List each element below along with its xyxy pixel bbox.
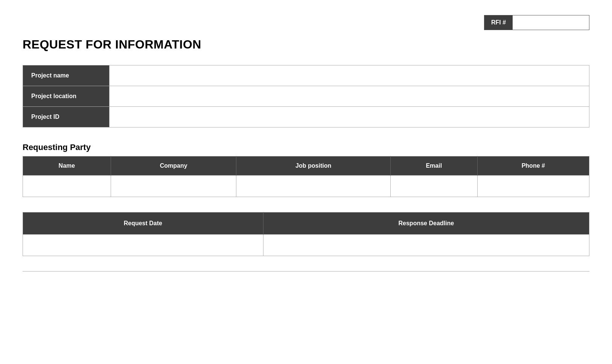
col-company: Company (111, 156, 236, 176)
col-response-deadline: Response Deadline (263, 212, 589, 235)
rfi-number-box: RFI # (484, 15, 589, 30)
requesting-party-header-row: Name Company Job position Email Phone # (23, 156, 589, 176)
project-id-row: Project ID (23, 107, 589, 127)
bottom-divider (23, 271, 589, 271)
project-id-value[interactable] (110, 107, 589, 127)
project-location-row: Project location (23, 86, 589, 107)
project-location-value[interactable] (110, 86, 589, 107)
requesting-party-title: Requesting Party (23, 143, 589, 152)
col-request-date: Request Date (23, 212, 263, 235)
requesting-party-data-row (23, 176, 589, 197)
dates-header-row: Request Date Response Deadline (23, 212, 589, 235)
requesting-party-table: Name Company Job position Email Phone # (23, 156, 589, 197)
rfi-number-input[interactable] (513, 15, 589, 30)
response-deadline-cell[interactable] (263, 235, 589, 256)
project-location-label: Project location (23, 86, 110, 107)
project-name-label: Project name (23, 65, 110, 86)
col-job-position: Job position (236, 156, 390, 176)
request-date-cell[interactable] (23, 235, 263, 256)
col-phone: Phone # (477, 156, 589, 176)
project-id-label: Project ID (23, 107, 110, 127)
rfi-label: RFI # (484, 15, 513, 30)
rp-name-cell[interactable] (23, 176, 111, 197)
col-name: Name (23, 156, 111, 176)
project-name-value[interactable] (110, 65, 589, 86)
col-email: Email (390, 156, 477, 176)
project-name-row: Project name (23, 65, 589, 86)
rp-job-cell[interactable] (236, 176, 390, 197)
page-title: REQUEST FOR INFORMATION (23, 38, 589, 52)
project-table: Project name Project location Project ID (23, 65, 589, 127)
rp-phone-cell[interactable] (477, 176, 589, 197)
rfi-number-row: RFI # (23, 15, 589, 30)
rp-email-cell[interactable] (390, 176, 477, 197)
rp-company-cell[interactable] (111, 176, 236, 197)
dates-data-row (23, 235, 589, 256)
dates-table: Request Date Response Deadline (23, 212, 589, 256)
